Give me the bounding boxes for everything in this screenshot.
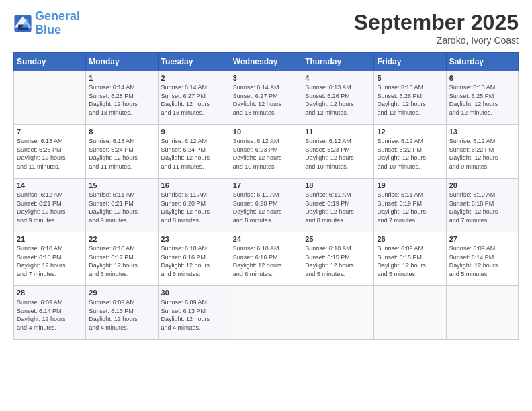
day-cell: 28Sunrise: 6:09 AMSunset: 6:14 PMDayligh… bbox=[14, 286, 86, 340]
logo-icon bbox=[13, 14, 32, 33]
day-cell: 6Sunrise: 6:13 AMSunset: 6:25 PMDaylight… bbox=[446, 71, 518, 125]
day-number: 15 bbox=[89, 181, 154, 189]
week-row-1: 1Sunrise: 6:14 AMSunset: 6:28 PMDaylight… bbox=[14, 71, 519, 125]
day-cell: 13Sunrise: 6:12 AMSunset: 6:22 PMDayligh… bbox=[446, 125, 518, 179]
day-info: Sunrise: 6:14 AMSunset: 6:27 PMDaylight:… bbox=[233, 83, 299, 117]
day-info: Sunrise: 6:11 AMSunset: 6:21 PMDaylight:… bbox=[89, 191, 154, 224]
day-cell: 24Sunrise: 6:10 AMSunset: 6:16 PMDayligh… bbox=[230, 232, 302, 286]
day-info: Sunrise: 6:13 AMSunset: 6:25 PMDaylight:… bbox=[449, 83, 515, 117]
day-info: Sunrise: 6:10 AMSunset: 6:18 PMDaylight:… bbox=[17, 244, 83, 278]
day-cell: 20Sunrise: 6:10 AMSunset: 6:18 PMDayligh… bbox=[446, 179, 518, 232]
logo-line2: Blue bbox=[35, 23, 61, 36]
day-number: 11 bbox=[305, 128, 371, 136]
day-info: Sunrise: 6:10 AMSunset: 6:16 PMDaylight:… bbox=[233, 244, 299, 278]
day-cell: 4Sunrise: 6:13 AMSunset: 6:26 PMDaylight… bbox=[302, 71, 374, 125]
day-number: 16 bbox=[161, 181, 227, 189]
day-cell: 30Sunrise: 6:09 AMSunset: 6:13 PMDayligh… bbox=[158, 286, 230, 340]
day-info: Sunrise: 6:10 AMSunset: 6:15 PMDaylight:… bbox=[305, 244, 371, 278]
weekday-header-thursday: Thursday bbox=[302, 53, 374, 71]
day-info: Sunrise: 6:13 AMSunset: 6:26 PMDaylight:… bbox=[377, 83, 443, 117]
day-cell: 5Sunrise: 6:13 AMSunset: 6:26 PMDaylight… bbox=[374, 71, 446, 125]
day-info: Sunrise: 6:09 AMSunset: 6:14 PMDaylight:… bbox=[449, 244, 515, 278]
weekday-header-sunday: Sunday bbox=[14, 53, 86, 71]
day-info: Sunrise: 6:12 AMSunset: 6:22 PMDaylight:… bbox=[377, 137, 443, 171]
day-cell: 21Sunrise: 6:10 AMSunset: 6:18 PMDayligh… bbox=[14, 232, 86, 286]
day-cell: 8Sunrise: 6:13 AMSunset: 6:24 PMDaylight… bbox=[86, 125, 158, 179]
day-cell: 23Sunrise: 6:10 AMSunset: 6:16 PMDayligh… bbox=[158, 232, 230, 286]
weekday-header-wednesday: Wednesday bbox=[230, 53, 302, 71]
day-number: 30 bbox=[161, 289, 227, 297]
calendar-page: General Blue September 2025 Zaroko, Ivor… bbox=[0, 0, 532, 411]
day-info: Sunrise: 6:12 AMSunset: 6:23 PMDaylight:… bbox=[305, 137, 371, 171]
day-number: 23 bbox=[161, 235, 227, 243]
title-section: September 2025 Zaroko, Ivory Coast bbox=[354, 10, 519, 46]
day-number: 2 bbox=[161, 74, 227, 82]
day-cell: 19Sunrise: 6:11 AMSunset: 6:19 PMDayligh… bbox=[374, 179, 446, 232]
day-number: 13 bbox=[449, 128, 515, 136]
day-cell: 3Sunrise: 6:14 AMSunset: 6:27 PMDaylight… bbox=[230, 71, 302, 125]
week-row-2: 7Sunrise: 6:13 AMSunset: 6:25 PMDaylight… bbox=[14, 125, 519, 179]
day-cell: 7Sunrise: 6:13 AMSunset: 6:25 PMDaylight… bbox=[14, 125, 86, 179]
day-info: Sunrise: 6:13 AMSunset: 6:25 PMDaylight:… bbox=[17, 137, 83, 171]
day-cell: 2Sunrise: 6:14 AMSunset: 6:27 PMDaylight… bbox=[158, 71, 230, 125]
day-cell: 22Sunrise: 6:10 AMSunset: 6:17 PMDayligh… bbox=[86, 232, 158, 286]
week-row-4: 21Sunrise: 6:10 AMSunset: 6:18 PMDayligh… bbox=[14, 232, 519, 286]
day-cell: 12Sunrise: 6:12 AMSunset: 6:22 PMDayligh… bbox=[374, 125, 446, 179]
calendar-table: SundayMondayTuesdayWednesdayThursdayFrid… bbox=[13, 52, 519, 340]
day-info: Sunrise: 6:10 AMSunset: 6:17 PMDaylight:… bbox=[89, 244, 154, 278]
day-cell: 10Sunrise: 6:12 AMSunset: 6:23 PMDayligh… bbox=[230, 125, 302, 179]
day-cell bbox=[446, 286, 518, 340]
day-number: 25 bbox=[305, 235, 371, 243]
day-info: Sunrise: 6:13 AMSunset: 6:24 PMDaylight:… bbox=[89, 137, 154, 171]
day-cell: 25Sunrise: 6:10 AMSunset: 6:15 PMDayligh… bbox=[302, 232, 374, 286]
day-info: Sunrise: 6:12 AMSunset: 6:21 PMDaylight:… bbox=[17, 191, 83, 224]
day-number: 12 bbox=[377, 128, 443, 136]
day-info: Sunrise: 6:14 AMSunset: 6:27 PMDaylight:… bbox=[161, 83, 227, 117]
day-number: 18 bbox=[305, 181, 371, 189]
day-cell: 15Sunrise: 6:11 AMSunset: 6:21 PMDayligh… bbox=[86, 179, 158, 232]
day-info: Sunrise: 6:11 AMSunset: 6:20 PMDaylight:… bbox=[233, 191, 299, 224]
day-info: Sunrise: 6:10 AMSunset: 6:16 PMDaylight:… bbox=[161, 244, 227, 278]
day-info: Sunrise: 6:11 AMSunset: 6:20 PMDaylight:… bbox=[161, 191, 227, 224]
weekday-header-row: SundayMondayTuesdayWednesdayThursdayFrid… bbox=[14, 53, 519, 71]
day-number: 17 bbox=[233, 181, 299, 189]
day-number: 6 bbox=[449, 74, 515, 82]
day-cell: 17Sunrise: 6:11 AMSunset: 6:20 PMDayligh… bbox=[230, 179, 302, 232]
day-number: 9 bbox=[161, 128, 227, 136]
day-number: 3 bbox=[233, 74, 299, 82]
day-cell: 16Sunrise: 6:11 AMSunset: 6:20 PMDayligh… bbox=[158, 179, 230, 232]
day-number: 26 bbox=[377, 235, 443, 243]
day-number: 21 bbox=[17, 235, 83, 243]
day-number: 20 bbox=[449, 181, 515, 189]
day-info: Sunrise: 6:09 AMSunset: 6:13 PMDaylight:… bbox=[161, 298, 227, 332]
week-row-3: 14Sunrise: 6:12 AMSunset: 6:21 PMDayligh… bbox=[14, 179, 519, 232]
day-cell: 11Sunrise: 6:12 AMSunset: 6:23 PMDayligh… bbox=[302, 125, 374, 179]
day-info: Sunrise: 6:11 AMSunset: 6:19 PMDaylight:… bbox=[305, 191, 371, 224]
week-row-5: 28Sunrise: 6:09 AMSunset: 6:14 PMDayligh… bbox=[14, 286, 519, 340]
day-number: 1 bbox=[89, 74, 154, 82]
day-number: 19 bbox=[377, 181, 443, 189]
weekday-header-tuesday: Tuesday bbox=[158, 53, 230, 71]
day-number: 4 bbox=[305, 74, 371, 82]
day-info: Sunrise: 6:09 AMSunset: 6:14 PMDaylight:… bbox=[17, 298, 83, 332]
day-cell bbox=[374, 286, 446, 340]
day-cell: 29Sunrise: 6:09 AMSunset: 6:13 PMDayligh… bbox=[86, 286, 158, 340]
month-title: September 2025 bbox=[354, 10, 519, 35]
location-title: Zaroko, Ivory Coast bbox=[354, 35, 519, 46]
weekday-header-friday: Friday bbox=[374, 53, 446, 71]
day-number: 24 bbox=[233, 235, 299, 243]
day-number: 8 bbox=[89, 128, 154, 136]
day-cell bbox=[302, 286, 374, 340]
logo: General Blue bbox=[13, 10, 80, 37]
day-cell bbox=[230, 286, 302, 340]
day-cell: 27Sunrise: 6:09 AMSunset: 6:14 PMDayligh… bbox=[446, 232, 518, 286]
day-cell: 9Sunrise: 6:12 AMSunset: 6:24 PMDaylight… bbox=[158, 125, 230, 179]
day-info: Sunrise: 6:13 AMSunset: 6:26 PMDaylight:… bbox=[305, 83, 371, 117]
day-number: 7 bbox=[17, 128, 83, 136]
day-info: Sunrise: 6:12 AMSunset: 6:23 PMDaylight:… bbox=[233, 137, 299, 171]
logo-line1: General bbox=[35, 9, 80, 23]
day-cell bbox=[14, 71, 86, 125]
day-info: Sunrise: 6:09 AMSunset: 6:15 PMDaylight:… bbox=[377, 244, 443, 278]
day-info: Sunrise: 6:12 AMSunset: 6:22 PMDaylight:… bbox=[449, 137, 515, 171]
day-number: 5 bbox=[377, 74, 443, 82]
